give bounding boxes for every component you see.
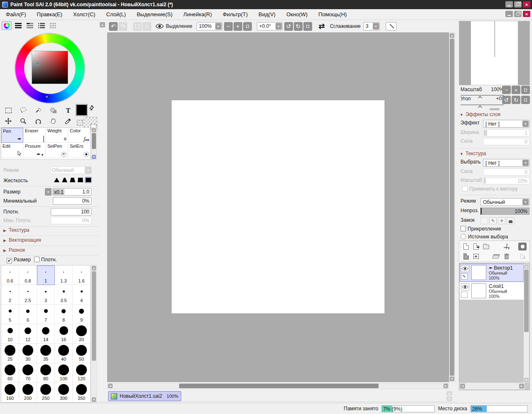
menu-ruler[interactable]: Линейка(R) — [183, 11, 212, 17]
selection-visible-eye-icon[interactable] — [155, 23, 164, 29]
section-layer-effects[interactable]: ▼Эффекты слоя — [460, 112, 500, 117]
rotate-view-tool[interactable] — [31, 116, 46, 126]
nav-angle-slider-handle[interactable] — [478, 105, 482, 108]
scroll-left-icon[interactable]: ◂ — [460, 384, 465, 389]
nav-zoom-reset-button[interactable] — [521, 86, 530, 94]
transparent-color-chip[interactable] — [77, 120, 83, 126]
size-unit-dropdown[interactable]: ▾ — [45, 188, 52, 196]
tool-selpen[interactable]: SelPen✒ — [46, 143, 68, 158]
sv-marker[interactable] — [45, 95, 49, 99]
brush-size-16[interactable]: 16 — [55, 324, 73, 344]
layer-opacity-slider[interactable]: 100% — [480, 208, 530, 215]
layer-thumbnail[interactable] — [471, 265, 486, 280]
nav-rotate-cw-button[interactable]: ↻ — [512, 96, 520, 104]
undo-button[interactable]: ↶ — [109, 22, 118, 31]
brush-size-2.5[interactable]: 2.5 — [19, 285, 37, 305]
redo-button[interactable]: ↷ — [118, 22, 127, 31]
canvas-hscrollbar[interactable]: ◂ ▸ — [107, 383, 449, 389]
brush-size-200[interactable]: 200 — [19, 383, 37, 402]
brush-size-0.8[interactable]: 0.8 — [19, 265, 37, 285]
layer-list-scrollbar[interactable]: ▴ ▾ — [524, 264, 529, 383]
restore-button[interactable] — [514, 1, 522, 7]
lock-move-icon[interactable]: ✛ — [498, 217, 505, 224]
close-button[interactable]: × — [523, 1, 530, 7]
clip-group-button[interactable]: ＋ — [518, 252, 527, 260]
brush-size-80[interactable]: 80 — [37, 363, 55, 383]
brush-size-350[interactable]: 350 — [73, 383, 91, 402]
clear-layer-button[interactable] — [492, 252, 500, 260]
texture-scale-field[interactable]: 10% — [483, 177, 530, 184]
tab-scroll-down-icon[interactable]: ▾ — [446, 397, 452, 401]
angle-reset-button[interactable] — [303, 22, 312, 31]
brush-size-1[interactable]: 1 — [37, 265, 55, 285]
size-checkbox[interactable]: ✔ — [7, 258, 12, 263]
tool-list-scrollbar[interactable]: ▴ ▾ — [91, 127, 97, 160]
transform-button[interactable] — [502, 242, 511, 250]
brush-size-5[interactable]: 5 — [1, 305, 19, 324]
rect-select-tool[interactable] — [1, 105, 16, 116]
nav-angle-reset-button[interactable] — [521, 96, 530, 104]
scroll-down-icon[interactable]: ▾ — [92, 155, 96, 159]
shape-tool[interactable] — [46, 105, 61, 116]
brush-size-4[interactable]: 4 — [73, 285, 91, 305]
rotate-cw-button[interactable]: ↻ — [294, 22, 303, 31]
tab-scroll-up-icon[interactable]: ▴ — [446, 391, 452, 396]
lock-paint-icon[interactable]: ✎ — [489, 217, 497, 224]
scroll-left-icon[interactable]: ◂ — [108, 384, 113, 388]
section-misc[interactable]: ▶Разное — [3, 247, 25, 253]
zoom-out-button[interactable]: − — [224, 22, 233, 31]
brush-size-20[interactable]: 20 — [73, 324, 91, 344]
zoom-tool[interactable] — [16, 116, 31, 126]
nav-zoom-in-button[interactable]: + — [512, 86, 520, 94]
move-tool[interactable] — [1, 116, 16, 126]
canvas-viewport[interactable] — [107, 32, 449, 382]
lock-all-icon[interactable] — [507, 217, 514, 224]
brush-size-14[interactable]: 14 — [37, 324, 55, 344]
color-wheel-toggle[interactable] — [2, 21, 12, 30]
brush-size-12[interactable]: 12 — [19, 324, 37, 344]
canvas-vscrollbar[interactable]: ▴ ▾ — [449, 32, 455, 382]
panel-layout-4-button[interactable] — [48, 21, 58, 30]
dropdown-icon[interactable]: ▾ — [276, 23, 282, 30]
effect-width-field[interactable]: 1 — [483, 129, 530, 136]
rotate-ccw-button[interactable]: ↺ — [284, 22, 293, 31]
min-density-field[interactable]: 0% — [51, 217, 91, 224]
brush-size-10[interactable]: 10 — [1, 324, 19, 344]
min-size-field[interactable]: 0% — [53, 197, 91, 205]
layer-row-sloy1[interactable]: Слой1 Обычный 100% — [460, 282, 524, 300]
selection-lock-button[interactable]: ⌂ — [143, 22, 151, 31]
texture-strength-field[interactable]: 0 — [483, 169, 530, 176]
menu-window[interactable]: Окно(W) — [286, 11, 308, 17]
section-vectorize[interactable]: ▶Векторизация — [3, 237, 41, 243]
menu-filter[interactable]: Фильтр(T) — [223, 11, 248, 17]
scroll-down-icon[interactable]: ▾ — [450, 377, 454, 381]
scroll-down-icon[interactable]: ▾ — [524, 378, 529, 382]
panel-resize-handle[interactable] — [490, 108, 500, 110]
scroll-up-icon[interactable]: ▴ — [92, 266, 96, 270]
new-folder-button[interactable] — [482, 242, 490, 250]
brush-size-35[interactable]: 35 — [37, 344, 55, 363]
brush-size-3[interactable]: 3 — [37, 285, 55, 305]
brush-size-40[interactable]: 40 — [55, 344, 73, 363]
nav-rotate-ccw-button[interactable]: ↺ — [502, 96, 511, 104]
density-slider[interactable]: 100 — [51, 208, 91, 216]
brush-size-120[interactable]: 120 — [73, 363, 91, 383]
hardness-3-icon[interactable] — [69, 177, 76, 183]
panel-layout-2-button[interactable] — [25, 21, 35, 30]
doc-minimize-button[interactable] — [505, 11, 513, 17]
delete-layer-button[interactable] — [502, 252, 511, 260]
brush-size-9[interactable]: 9 — [73, 305, 91, 324]
brush-size-300[interactable]: 300 — [55, 383, 73, 402]
layer-mode-select[interactable]: Обычный▾ — [480, 198, 530, 206]
panel-layout-1-button[interactable] — [13, 21, 23, 30]
brush-size-160[interactable]: 160 — [1, 383, 19, 402]
tool-selers[interactable]: SelErs◆ — [69, 143, 91, 158]
angle-select[interactable]: +0.0°▾ — [257, 22, 283, 30]
new-layer-button[interactable] — [462, 242, 470, 250]
deselect-button[interactable] — [133, 22, 142, 31]
clipping-checkbox[interactable] — [461, 226, 466, 231]
zoom-in-button[interactable]: + — [234, 22, 242, 31]
menu-file[interactable]: Файл(F) — [6, 11, 26, 17]
menu-help[interactable]: Помощь(H) — [318, 11, 347, 17]
layer-sub-box[interactable] — [461, 292, 468, 298]
